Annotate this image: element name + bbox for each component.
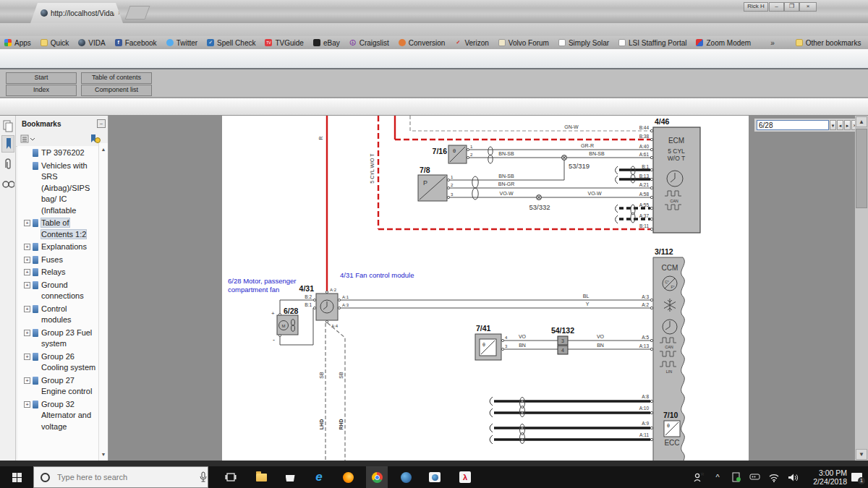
edge-button[interactable]: e <box>308 466 330 488</box>
bookmark-spellcheck[interactable]: Spell Check <box>207 39 255 47</box>
taskbar-search-input[interactable] <box>56 472 173 482</box>
taskbar-clock[interactable]: 3:00 PM 2/24/2018 <box>802 468 847 486</box>
bookmarks-panel-toggle[interactable] <box>1 135 14 153</box>
volume-icon[interactable] <box>783 466 802 488</box>
expander-icon[interactable]: + <box>24 306 30 312</box>
bookmark-ebay[interactable]: eBay <box>313 39 340 47</box>
panel-collapse-icon[interactable]: – <box>97 119 106 128</box>
scroll-up-icon[interactable]: ▲ <box>856 116 867 127</box>
scrollbar-thumb[interactable] <box>856 129 867 208</box>
expander-icon[interactable]: + <box>24 354 30 360</box>
bookmark-item[interactable]: +Group 27 Engine control <box>17 375 98 398</box>
bookmark-quick[interactable]: Quick <box>41 39 69 47</box>
start-button[interactable]: Start <box>6 72 77 84</box>
expander-icon[interactable]: + <box>24 220 30 226</box>
expander-icon[interactable]: + <box>24 377 30 384</box>
svg-text:-: - <box>273 336 275 343</box>
bookmark-item[interactable]: +Group 26 Cooling system <box>17 351 98 374</box>
new-bookmark-icon[interactable] <box>88 134 101 144</box>
new-tab-button[interactable] <box>125 6 150 20</box>
scroll-down-icon[interactable]: ▼ <box>99 450 108 459</box>
profile-button[interactable]: Rick H <box>744 2 768 12</box>
bookmark-item[interactable]: +Control modules <box>17 304 98 326</box>
mail-app-button[interactable] <box>424 466 446 488</box>
find-previous-icon[interactable]: ◂ <box>837 120 843 130</box>
bookmark-twitter[interactable]: Twitter <box>166 39 197 47</box>
restore-button[interactable]: ❐ <box>784 2 799 12</box>
wifi-icon[interactable] <box>765 466 783 488</box>
firefox-button[interactable] <box>337 466 359 488</box>
tree-scrollbar[interactable]: ▲ ▼ <box>98 143 108 461</box>
search-binoculars-icon[interactable] <box>1 176 14 191</box>
people-icon[interactable]: R <box>689 466 708 488</box>
bookmark-item[interactable]: +Ground connections <box>17 280 98 302</box>
bookmark-apps[interactable]: Apps <box>4 39 31 47</box>
bookmark-item-selected[interactable]: +Table of Contents 1:2 <box>17 218 98 240</box>
find-input[interactable] <box>757 120 829 130</box>
table-of-contents-button[interactable]: Table of contents <box>81 72 152 84</box>
start-button[interactable] <box>0 466 33 488</box>
doc-icon <box>618 39 626 46</box>
bookmark-verizon[interactable]: Verizon <box>454 39 488 47</box>
expander-icon[interactable]: + <box>24 257 30 263</box>
document-scrollbar[interactable]: ▲ ▼ <box>855 116 868 461</box>
task-view-button[interactable] <box>220 466 242 488</box>
bookmarks-options-row <box>16 132 108 147</box>
bookmark-volvoforum[interactable]: Volvo Forum <box>498 39 549 47</box>
device-icon[interactable] <box>746 466 765 488</box>
action-center-icon[interactable]: 1 <box>851 473 862 481</box>
bookmark-craigslist[interactable]: Craigslist <box>349 39 389 47</box>
thunderbird-button[interactable] <box>395 466 417 488</box>
page-thumbnails-icon[interactable] <box>1 119 14 134</box>
expander-icon[interactable]: + <box>24 282 30 288</box>
bookmarks-overflow-chevron[interactable]: » <box>770 39 775 47</box>
bookmark-simplysolar[interactable]: Simply Solar <box>558 39 609 47</box>
find-next-icon[interactable]: ▸ <box>844 120 851 130</box>
microphone-icon[interactable] <box>199 471 208 483</box>
bookmark-vida[interactable]: VIDA <box>78 39 105 47</box>
security-status-icon[interactable] <box>727 466 746 488</box>
bookmark-zoommodem[interactable]: Zoom Modem <box>696 39 751 47</box>
options-list-icon[interactable] <box>20 134 36 144</box>
file-explorer-button[interactable] <box>250 466 272 488</box>
acrobat-button[interactable]: λ <box>454 466 476 488</box>
svg-text:ECC: ECC <box>664 439 679 447</box>
index-button[interactable]: Index <box>6 85 77 96</box>
bookmark-facebook[interactable]: Facebook <box>115 39 157 47</box>
expander-icon[interactable]: + <box>24 244 30 250</box>
find-options-icon[interactable]: ▾ <box>830 120 836 130</box>
bookmark-item[interactable]: TP 3976202 <box>17 147 98 159</box>
bookmark-item[interactable]: +Group 23 Fuel system <box>17 328 98 350</box>
expander-icon[interactable]: + <box>24 401 30 408</box>
scroll-down-icon[interactable]: ▼ <box>856 449 867 460</box>
scroll-up-icon[interactable]: ▲ <box>99 145 108 154</box>
tray-chevron-icon[interactable]: ^ <box>708 466 727 488</box>
bookmark-item[interactable]: Vehicles with SRS (Airbag)/SIPS bag/ IC … <box>17 160 98 217</box>
attachments-icon[interactable] <box>1 158 14 172</box>
bookmark-item[interactable]: +Explanations <box>17 241 98 253</box>
taskbar-search[interactable] <box>33 466 208 488</box>
twitter-icon <box>166 39 174 46</box>
tab-close-icon[interactable]: × <box>118 9 122 17</box>
svg-text:RHD: RHD <box>339 419 344 429</box>
bookmark-lsi[interactable]: LSI Staffing Portal <box>618 39 686 47</box>
minimize-button[interactable]: – <box>769 2 784 12</box>
bookmark-conversion[interactable]: Conversion <box>399 39 446 47</box>
bookmark-item[interactable]: +Fuses <box>17 254 98 266</box>
bookmark-tvguide[interactable]: TVGuide <box>265 39 303 47</box>
other-bookmarks[interactable]: Other bookmarks <box>796 39 861 47</box>
store-button[interactable] <box>279 466 301 488</box>
expander-icon[interactable]: + <box>24 269 30 275</box>
bookmark-item[interactable]: +Group 32 Alternator and voltage <box>17 399 98 433</box>
chrome-button-active[interactable] <box>366 466 388 488</box>
svg-text:Y: Y <box>586 301 590 307</box>
component-list-button[interactable]: Component list <box>81 85 152 96</box>
svg-text:VO-W: VO-W <box>499 191 513 196</box>
close-button[interactable]: × <box>799 2 817 12</box>
svg-text:B:38: B:38 <box>639 134 650 139</box>
firefox-icon <box>343 472 354 483</box>
bookmark-item[interactable]: +Relays <box>17 267 98 278</box>
expander-icon[interactable]: + <box>24 330 30 336</box>
browser-tab[interactable]: http://localhost/Vida/wir × <box>30 3 123 23</box>
svg-text:BL: BL <box>583 294 590 299</box>
